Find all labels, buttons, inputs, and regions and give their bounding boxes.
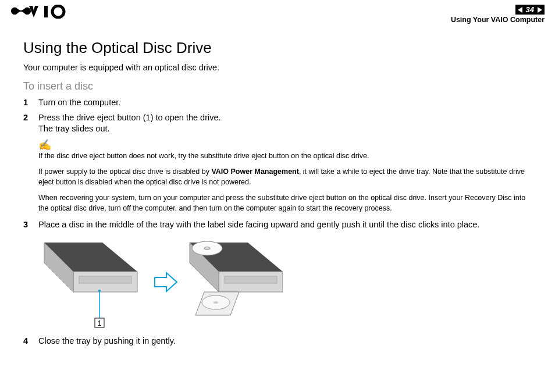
section-name: Using Your VAIO Computer: [451, 16, 545, 24]
svg-point-1: [52, 6, 64, 17]
note-icon: ✍: [38, 140, 534, 150]
steps-list: 1 Turn on the computer. 2 Press the driv…: [23, 97, 534, 135]
step-3: 3 Place a disc in the middle of the tray…: [23, 219, 534, 231]
step-number: 4: [23, 336, 38, 347]
step-text: Close the tray by pushing it in gently.: [38, 336, 534, 347]
svg-rect-0: [44, 6, 48, 17]
steps-list-continued: 3 Place a disc in the middle of the tray…: [23, 219, 534, 231]
header-right: 34 Using Your VAIO Computer: [451, 5, 545, 24]
step-number: 1: [23, 97, 38, 109]
note-paragraph: When recovering your system, turn on you…: [38, 193, 534, 213]
disc-drive-illustration: 1: [38, 237, 534, 330]
step-text: Turn on the computer.: [38, 97, 534, 109]
page-navigation: 34: [515, 5, 545, 15]
page-title: Using the Optical Disc Drive: [23, 39, 534, 57]
next-page-arrow-icon[interactable]: [538, 7, 542, 13]
prev-page-arrow-icon[interactable]: [518, 7, 522, 13]
svg-rect-5: [79, 276, 131, 283]
vaio-logo: [10, 5, 74, 19]
step-text: Place a disc in the middle of the tray w…: [38, 219, 534, 231]
step-line: Press the drive eject button (1) to open…: [38, 113, 221, 122]
page-number: 34: [526, 5, 534, 14]
svg-rect-12: [225, 276, 277, 283]
step-number: 2: [23, 112, 38, 135]
bold-text: VAIO Power Management: [211, 168, 299, 176]
callout-number: 1: [98, 319, 102, 327]
page-content: Using the Optical Disc Drive Your comput…: [0, 24, 555, 347]
page-header: 34 Using Your VAIO Computer: [0, 0, 555, 24]
steps-list-final: 4 Close the tray by pushing it in gently…: [23, 336, 534, 347]
subheading: To insert a disc: [23, 80, 534, 92]
step-4: 4 Close the tray by pushing it in gently…: [23, 336, 534, 347]
note-paragraph: If the disc drive eject button does not …: [38, 151, 534, 162]
step-line: The tray slides out.: [38, 124, 110, 133]
step-1: 1 Turn on the computer.: [23, 97, 534, 109]
step-number: 3: [23, 219, 38, 231]
intro-text: Your computer is equipped with an optica…: [23, 63, 534, 72]
svg-point-7: [98, 290, 101, 292]
note-block: ✍ If the disc drive eject button does no…: [38, 140, 534, 214]
svg-point-17: [204, 247, 210, 250]
svg-point-15: [214, 301, 218, 304]
note-paragraph: If power supply to the optical disc driv…: [38, 167, 534, 187]
step-2: 2 Press the drive eject button (1) to op…: [23, 112, 534, 135]
step-text: Press the drive eject button (1) to open…: [38, 112, 534, 135]
